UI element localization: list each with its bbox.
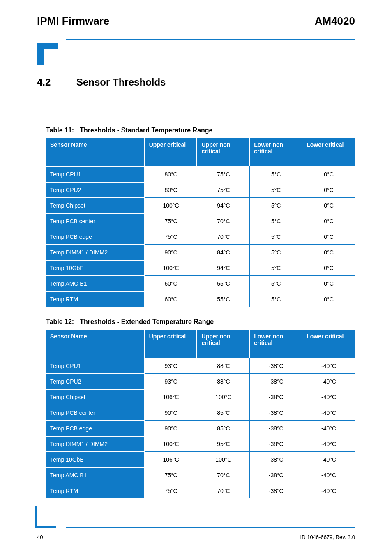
sensor-name-cell: Temp Chipset [46,197,145,213]
sensor-name-cell: Temp PCB center [46,213,145,229]
threshold-uw-cell: 55°C [197,275,250,291]
table-row: Temp CPU193°C88°C-38°C-40°C [46,358,355,373]
threshold-lw-cell: 5°C [250,244,302,260]
header-left: IPMI Firmware [37,15,109,28]
threshold-uc-cell: 75°C [145,213,198,229]
section-number: 4.2 [37,76,76,88]
table-12: Table 12: Thresholds - Extended Temperat… [46,318,355,498]
header-rule [66,39,355,40]
sensor-name-cell: Temp DIMM1 / DIMM2 [46,436,145,451]
sensor-name-cell: Temp PCB edge [46,229,145,244]
threshold-lc-cell: -40°C [302,373,355,389]
table-11: Table 11: Thresholds - Standard Temperat… [46,127,355,307]
corner-top-left-icon [37,43,58,65]
threshold-lw-cell: 5°C [250,213,302,229]
threshold-lw-cell: 5°C [250,182,302,197]
table-row: Temp CPU180°C75°C5°C0°C [46,166,355,182]
table-row: Temp 10GbE100°C94°C5°C0°C [46,260,355,275]
table-row: Temp Chipset100°C94°C5°C0°C [46,197,355,213]
col-upper-noncritical: Upper non critical [197,138,250,166]
sensor-name-cell: Temp DIMM1 / DIMM2 [46,244,145,260]
page-number: 40 [37,534,62,540]
table-row: Temp RTM60°C55°C5°C0°C [46,291,355,307]
threshold-uc-cell: 90°C [145,420,198,436]
sensor-name-cell: Temp RTM [46,291,145,307]
sensor-name-cell: Temp AMC B1 [46,467,145,483]
threshold-lc-cell: 0°C [302,213,355,229]
threshold-uw-cell: 100°C [197,451,250,467]
threshold-uc-cell: 80°C [145,182,198,197]
threshold-uw-cell: 70°C [197,213,250,229]
threshold-uc-cell: 75°C [145,483,198,498]
table-12-head: Sensor Name Upper critical Upper non cri… [46,330,355,358]
sensor-name-cell: Temp Chipset [46,389,145,405]
sensor-name-cell: Temp CPU1 [46,358,145,373]
sensor-name-cell: Temp 10GbE [46,260,145,275]
table-row: Temp Chipset106°C100°C-38°C-40°C [46,389,355,405]
threshold-lw-cell: 5°C [250,260,302,275]
page: IPMI Firmware AM4020 4.2 Sensor Threshol… [0,0,392,555]
threshold-lc-cell: -40°C [302,467,355,483]
threshold-lc-cell: 0°C [302,182,355,197]
table-row: Temp PCB edge75°C70°C5°C0°C [46,229,355,244]
threshold-lc-cell: 0°C [302,197,355,213]
table-12-table: Sensor Name Upper critical Upper non cri… [46,330,355,498]
threshold-lw-cell: -38°C [250,405,302,420]
col-lower-critical: Lower critical [302,330,355,358]
threshold-uw-cell: 85°C [197,420,250,436]
col-lower-noncritical: Lower non critical [250,330,302,358]
col-lower-noncritical: Lower non critical [250,138,302,166]
table-11-table: Sensor Name Upper critical Upper non cri… [46,138,355,307]
threshold-uw-cell: 88°C [197,358,250,373]
threshold-uw-cell: 94°C [197,197,250,213]
threshold-lc-cell: 0°C [302,229,355,244]
corner-bottom-left-icon [35,506,56,528]
threshold-uc-cell: 106°C [145,451,198,467]
table-11-caption: Table 11: Thresholds - Standard Temperat… [46,127,355,134]
col-upper-critical: Upper critical [145,330,198,358]
threshold-uw-cell: 70°C [197,467,250,483]
table-12-caption: Table 12: Thresholds - Extended Temperat… [46,318,355,326]
threshold-lc-cell: -40°C [302,436,355,451]
threshold-lw-cell: 5°C [250,166,302,182]
threshold-uw-cell: 100°C [197,389,250,405]
threshold-uc-cell: 106°C [145,389,198,405]
threshold-lc-cell: 0°C [302,244,355,260]
threshold-uw-cell: 75°C [197,166,250,182]
table-row: Temp 10GbE106°C100°C-38°C-40°C [46,451,355,467]
sensor-name-cell: Temp PCB edge [46,420,145,436]
table-12-caption-prefix: Table 12: [46,318,74,326]
threshold-lc-cell: -40°C [302,483,355,498]
threshold-uw-cell: 75°C [197,182,250,197]
threshold-uc-cell: 90°C [145,244,198,260]
table-row: Temp AMC B160°C55°C5°C0°C [46,275,355,291]
threshold-uc-cell: 75°C [145,467,198,483]
threshold-uw-cell: 94°C [197,260,250,275]
table-row: Temp CPU280°C75°C5°C0°C [46,182,355,197]
table-11-caption-title: Thresholds - Standard Temperature Range [80,127,212,134]
table-row: Temp PCB center90°C85°C-38°C-40°C [46,405,355,420]
threshold-uc-cell: 60°C [145,275,198,291]
threshold-uc-cell: 100°C [145,197,198,213]
threshold-lw-cell: 5°C [250,291,302,307]
section-title: Sensor Thresholds [76,76,166,88]
threshold-lw-cell: 5°C [250,275,302,291]
threshold-uw-cell: 70°C [197,229,250,244]
table-11-caption-prefix: Table 11: [46,127,74,134]
threshold-uw-cell: 55°C [197,291,250,307]
table-row: Temp PCB edge90°C85°C-38°C-40°C [46,420,355,436]
table-row: Temp DIMM1 / DIMM2100°C95°C-38°C-40°C [46,436,355,451]
threshold-uw-cell: 88°C [197,373,250,389]
threshold-lc-cell: 0°C [302,166,355,182]
threshold-lw-cell: -38°C [250,358,302,373]
threshold-lw-cell: 5°C [250,197,302,213]
section-heading: 4.2 Sensor Thresholds [37,76,355,88]
threshold-uc-cell: 100°C [145,260,198,275]
threshold-lw-cell: -38°C [250,483,302,498]
col-sensor-name: Sensor Name [46,330,145,358]
threshold-uc-cell: 60°C [145,291,198,307]
threshold-uw-cell: 84°C [197,244,250,260]
table-row: Temp PCB center75°C70°C5°C0°C [46,213,355,229]
threshold-lc-cell: -40°C [302,420,355,436]
table-row: Temp RTM75°C70°C-38°C-40°C [46,483,355,498]
